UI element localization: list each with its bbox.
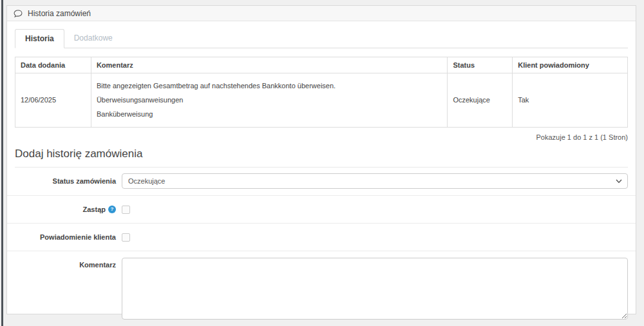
history-table: Data dodania Komentarz Status Klient pow… [15, 57, 628, 128]
add-history-heading: Dodaj historię zamówienia [15, 146, 628, 168]
history-table-wrap: Data dodania Komentarz Status Klient pow… [15, 57, 628, 128]
override-checkbox[interactable] [122, 206, 130, 214]
form-row-status: Status zamówienia Oczekujące [7, 168, 636, 196]
comment-textarea[interactable] [122, 258, 628, 320]
status-label: Status zamówienia [15, 177, 122, 185]
tab-bar: Historia Dodatkowe [15, 29, 628, 48]
cell-notified: Tak [513, 73, 628, 128]
column-header-date: Data dodania [15, 57, 91, 73]
comment-line: Bitte angezeigten Gesamtbetrag auf nachs… [97, 81, 442, 91]
tab-dodatkowe[interactable]: Dodatkowe [64, 29, 122, 48]
notify-customer-checkbox[interactable] [122, 233, 130, 242]
override-label-wrap: Zastąp ? [15, 206, 122, 213]
form-row-notify: Powiadomienie klienta [7, 224, 636, 251]
comment-label: Komentarz [15, 258, 122, 269]
help-icon[interactable]: ? [108, 206, 116, 213]
column-header-status: Status [448, 57, 513, 73]
comment-icon [14, 9, 23, 18]
table-header-row: Data dodania Komentarz Status Klient pow… [15, 57, 628, 73]
cell-status: Oczekujące [448, 73, 513, 128]
order-status-select[interactable]: Oczekujące [122, 173, 628, 189]
comment-line: Überweisungsanweisungen [97, 95, 442, 105]
notify-label: Powiadomienie klienta [15, 233, 122, 241]
table-row: 12/06/2025 Bitte angezeigten Gesamtbetra… [15, 73, 628, 128]
pagination-text: Pokazuje 1 do 1 z 1 (1 Stron) [15, 128, 628, 144]
cell-date: 12/06/2025 [15, 73, 91, 128]
sidebar-edge [1, 0, 3, 326]
override-label: Zastąp [83, 206, 106, 213]
column-header-comment: Komentarz [91, 57, 447, 73]
column-header-notified: Klient powiadomiony [513, 57, 628, 73]
comment-line: Banküberweisung [97, 110, 442, 119]
form-row-comment: Komentarz [7, 251, 636, 325]
panel-body: Historia Dodatkowe Data dodania Komentar… [7, 21, 636, 314]
order-history-panel: Historia zamówień Historia Dodatkowe Dat… [6, 5, 636, 314]
tab-historia[interactable]: Historia [15, 29, 64, 48]
panel-header: Historia zamówień [7, 6, 636, 21]
form-row-override: Zastąp ? [7, 196, 636, 224]
panel-title: Historia zamówień [28, 9, 91, 18]
cell-comment: Bitte angezeigten Gesamtbetrag auf nachs… [91, 73, 447, 128]
